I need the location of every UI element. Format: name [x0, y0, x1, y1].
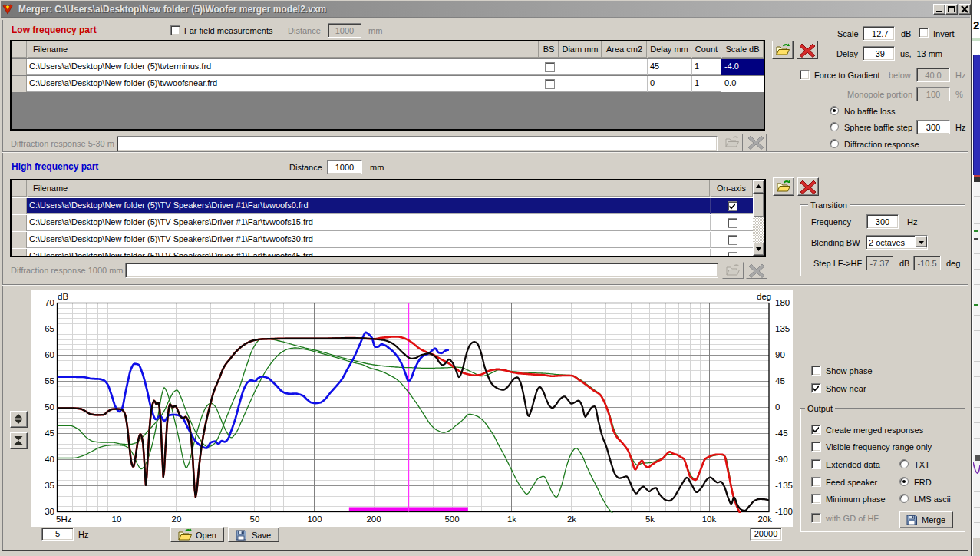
svg-text:45: 45	[45, 429, 54, 438]
svg-text:deg: deg	[757, 292, 771, 301]
svg-text:200: 200	[366, 515, 381, 524]
svg-text:35: 35	[45, 481, 54, 490]
svg-text:50: 50	[45, 402, 54, 412]
svg-text:60: 60	[45, 350, 54, 359]
svg-text:65: 65	[45, 324, 54, 333]
svg-text:2k: 2k	[567, 515, 576, 524]
svg-text:20: 20	[172, 515, 182, 524]
svg-text:135: 135	[775, 324, 790, 333]
svg-text:30: 30	[45, 507, 54, 516]
svg-text:-135: -135	[775, 481, 793, 490]
svg-text:20k: 20k	[757, 515, 772, 524]
svg-text:500: 500	[444, 515, 459, 524]
svg-text:-180: -180	[775, 507, 793, 516]
svg-text:40: 40	[45, 455, 54, 464]
svg-text:0: 0	[775, 402, 780, 412]
svg-text:50: 50	[250, 515, 260, 524]
svg-text:5k: 5k	[645, 515, 655, 524]
svg-text:5Hz: 5Hz	[56, 515, 72, 524]
svg-text:10: 10	[112, 515, 122, 524]
svg-text:70: 70	[45, 298, 54, 307]
svg-text:90: 90	[775, 350, 785, 359]
svg-text:180: 180	[775, 298, 790, 307]
svg-text:1k: 1k	[507, 515, 516, 524]
svg-text:-90: -90	[775, 455, 788, 464]
svg-text:dB: dB	[58, 292, 68, 301]
svg-text:10k: 10k	[702, 515, 717, 524]
svg-text:45: 45	[775, 376, 785, 386]
svg-text:-45: -45	[775, 429, 788, 438]
svg-text:100: 100	[307, 515, 322, 524]
svg-text:55: 55	[45, 376, 54, 386]
